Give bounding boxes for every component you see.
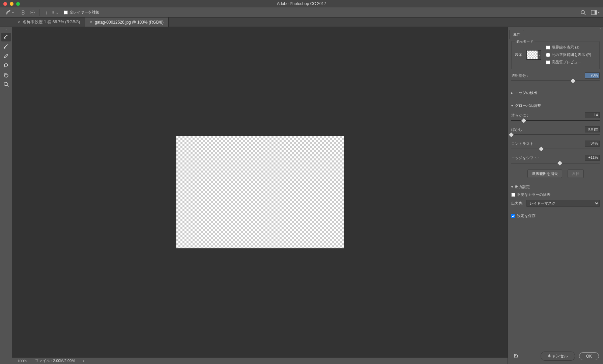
contrast-label: コントラスト : [511,141,536,146]
minimize-window-icon[interactable] [10,2,13,6]
output-to-select[interactable]: レイヤーマスク [526,200,600,207]
brush-preview-icon[interactable] [41,9,51,16]
hand-tool[interactable] [1,70,11,79]
high-quality-checkbox[interactable]: 高品質プレビュー [546,60,591,65]
svg-point-8 [4,82,7,86]
panel-footer: キャンセル OK [508,348,603,364]
document-tab-label: gatag-00012526.jpg @ 100% (RGB/8) [95,20,164,25]
quick-select-tool[interactable] [1,33,11,41]
transparency-label: 透明部分 : [511,73,528,78]
close-tab-icon[interactable]: × [18,20,20,25]
sample-all-layers-label: 全レイヤーを対象 [69,10,99,15]
show-edge-checkbox[interactable]: 境界線を表示 (J) [546,45,591,50]
cancel-button[interactable]: キャンセル [541,352,575,361]
shift-edge-slider[interactable] [511,161,600,166]
view-mode-swatch[interactable] [526,50,538,60]
close-tab-icon[interactable]: × [90,20,92,25]
shift-edge-input[interactable]: +11% [585,155,600,161]
contrast-slider[interactable] [511,147,600,152]
close-window-icon[interactable] [3,2,7,6]
zoom-window-icon[interactable] [16,2,20,6]
view-mode-group: 表示モード 表示 : ⌵ 境界線を表示 (J) 元の選択範囲を表示 (P) 高品… [511,41,600,69]
document-tab-strip: × 名称未設定 1 @ 66.7% (RGB/8) × gatag-000125… [0,18,603,27]
chevron-right-icon: ▸ [511,91,513,95]
chevron-down-icon: ▾ [511,185,513,189]
shift-edge-label: エッジをシフト : [511,155,539,160]
invert-button[interactable]: 反転 [568,170,584,178]
chevron-down-icon: ▾ [511,104,513,108]
ok-button[interactable]: OK [579,352,599,360]
window-titlebar: Adobe Photoshop CC 2017 [0,0,603,7]
transparency-input[interactable]: 70% [585,72,600,79]
zoom-tool[interactable] [1,80,11,89]
decontaminate-checkbox[interactable]: 不要なカラーの除去 [511,192,600,197]
feather-input[interactable]: 0.0 px [585,126,600,132]
svg-point-7 [4,47,5,49]
app-title: Adobe Photoshop CC 2017 [277,1,326,6]
output-to-label: 出力先 : [511,201,524,206]
global-refinements-header[interactable]: ▾ グローバル調整 [511,102,600,110]
panel-grip-icon[interactable]: ›› [5,28,7,31]
smooth-input[interactable]: 14 [585,112,600,118]
traffic-lights [0,2,20,6]
edge-detection-header[interactable]: ▸ エッジの検出 [511,89,600,97]
svg-point-3 [581,10,584,14]
view-mode-dropdown-icon[interactable]: ⌵ [538,50,541,60]
show-original-checkbox[interactable]: 元の選択範囲を表示 (P) [546,52,591,57]
brush-size-value: 5 [52,11,54,14]
properties-panel: ›› 属性 表示モード 表示 : ⌵ 境界線を表示 (J) [508,27,603,364]
brush-tool[interactable] [1,52,11,60]
document-tab[interactable]: × 名称未設定 1 @ 66.7% (RGB/8) [13,18,85,27]
view-mode-label: 表示 : [515,52,524,57]
reset-icon[interactable] [512,353,520,360]
smooth-label: 滑らかに : [511,113,528,118]
svg-rect-5 [595,10,597,14]
status-bar: 100% ファイル : 2.00M/2.00M ▸ [12,357,508,364]
contrast-input[interactable]: 34% [585,141,600,147]
feather-label: ぼかし : [511,127,524,132]
subtract-mode-icon[interactable] [28,9,37,16]
screen-mode-icon[interactable]: ▾ [591,10,600,15]
search-icon[interactable] [580,9,586,16]
clear-selection-button[interactable]: 選択範囲を消去 [527,170,562,178]
document-tab[interactable]: × gatag-00012526.jpg @ 100% (RGB/8) [85,18,169,27]
smooth-slider[interactable] [511,119,600,124]
options-bar: ▾ 5 ⌵ 全レイヤーを対象 ▾ [0,7,603,18]
refine-brush-tool[interactable] [1,42,11,51]
document-canvas[interactable] [176,136,344,248]
current-tool-icon[interactable] [3,9,13,16]
canvas-area: 100% ファイル : 2.00M/2.00M ▸ [12,27,508,364]
file-size-value: ファイル : 2.00M/2.00M [35,358,75,363]
lasso-tool[interactable] [1,61,11,70]
refine-tools-toolbar: ›› [0,27,12,364]
feather-slider[interactable] [511,133,600,138]
brush-dropdown-icon[interactable]: ⌵ [56,10,58,15]
sample-all-layers-checkbox[interactable]: 全レイヤーを対象 [64,10,99,15]
zoom-value[interactable]: 100% [18,359,27,363]
status-menu-icon[interactable]: ▸ [83,359,85,363]
svg-point-2 [46,11,47,11]
output-settings-header[interactable]: ▾ 出力設定 [511,183,600,191]
properties-tab[interactable]: 属性 [509,30,524,39]
view-mode-legend: 表示モード [515,39,535,44]
transparency-slider[interactable] [511,79,600,84]
add-mode-icon[interactable] [18,9,28,16]
document-tab-label: 名称未設定 1 @ 66.7% (RGB/8) [23,19,80,25]
remember-settings-checkbox[interactable]: 設定を保存 [511,213,600,218]
